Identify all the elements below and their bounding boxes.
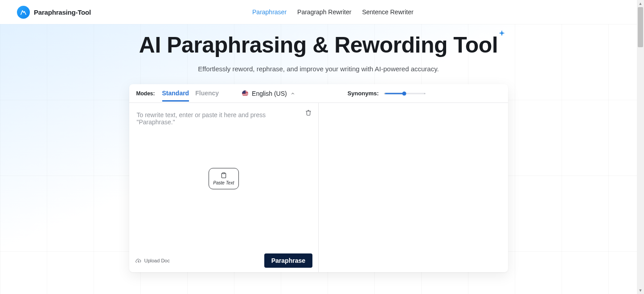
mode-tab-standard[interactable]: Standard [162,85,189,102]
synonyms-slider[interactable] [385,92,425,95]
page-subtitle: Effortlessly reword, rephrase, and impro… [0,65,637,73]
sparkle-icon [497,29,506,38]
page-title: AI Paraphrasing & Rewording Tool [139,32,498,58]
flag-us-icon [242,90,248,97]
slider-fill [385,93,404,94]
paste-text-label: Paste Text [213,180,234,185]
output-panel [319,103,508,272]
main-nav: Paraphraser Paragraph Rewriter Sentence … [252,8,414,16]
header: Paraphrasing-Tool Paraphraser Paragraph … [0,0,637,24]
page-title-text: AI Paraphrasing & Rewording Tool [139,33,498,57]
nav-sentence-rewriter[interactable]: Sentence Rewriter [362,8,413,16]
mode-tab-fluency[interactable]: Fluency [195,85,219,102]
input-panel-footer: Upload Doc Paraphrase [129,249,319,272]
logo[interactable]: Paraphrasing-Tool [17,6,91,19]
paraphrase-button[interactable]: Paraphrase [264,253,312,268]
language-label: English (US) [252,90,287,97]
upload-doc-button[interactable]: Upload Doc [135,258,170,264]
input-panel: Paste Text Upload Doc Paraphrase [129,103,319,272]
language-select[interactable]: English (US) [242,90,295,97]
nav-paraphraser[interactable]: Paraphraser [252,8,287,16]
nav-paragraph-rewriter[interactable]: Paragraph Rewriter [297,8,351,16]
logo-icon [17,6,30,19]
svg-rect-0 [222,173,225,174]
slider-tick [384,93,385,94]
slider-thumb[interactable] [402,91,406,95]
scroll-down-icon[interactable]: ▼ [637,287,644,294]
slider-tick [424,93,425,94]
scrollbar[interactable]: ▲ ▼ [637,0,644,294]
upload-doc-label: Upload Doc [144,258,170,263]
brand-name: Paraphrasing-Tool [34,8,91,16]
clipboard-icon [221,172,227,179]
scroll-up-icon[interactable]: ▲ [637,0,644,7]
paste-text-button[interactable]: Paste Text [209,168,239,189]
card-toolbar: Modes: Standard Fluency English (US) Syn… [129,84,508,103]
panels: Paste Text Upload Doc Paraphrase [129,103,508,272]
synonyms-label: Synonyms: [348,90,379,97]
synonyms-control: Synonyms: [348,90,425,97]
scrollbar-thumb[interactable] [638,7,643,47]
modes-label: Modes: [136,90,155,97]
trash-icon [305,109,312,116]
paraphrase-card: Modes: Standard Fluency English (US) Syn… [129,84,508,272]
cloud-upload-icon [135,258,142,264]
chevron-up-icon [291,91,295,96]
clear-button[interactable] [303,107,314,118]
